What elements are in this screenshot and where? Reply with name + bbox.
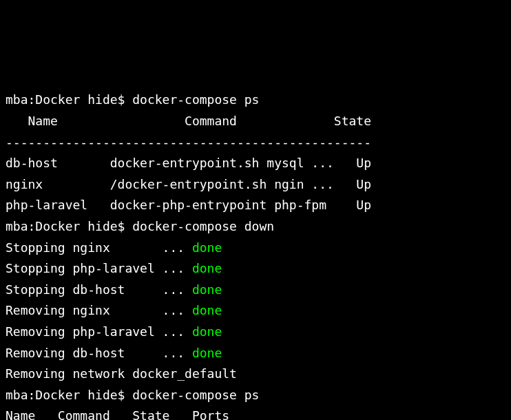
operation-label: Stopping nginx ...: [6, 240, 192, 255]
table-row: nginx /docker-entrypoint.sh ngin ... Up: [6, 177, 371, 191]
table-header: Name Command State Ports: [6, 408, 229, 420]
prompt-line: mba:Docker hide$ docker-compose down: [6, 219, 274, 233]
prompt-line: mba:Docker hide$ docker-compose ps: [6, 92, 259, 107]
operation-label: Removing db-host ...: [6, 346, 192, 360]
operation-label: Stopping php-laravel ...: [6, 261, 192, 275]
table-row: db-host docker-entrypoint.sh mysql ... U…: [6, 156, 371, 170]
table-header: Name Command State: [6, 114, 371, 128]
status-done: done: [192, 240, 222, 255]
status-done: done: [192, 282, 222, 297]
operation-line: Stopping db-host ... done: [6, 282, 222, 297]
status-done: done: [192, 261, 222, 275]
operation-label: Stopping db-host ...: [6, 282, 192, 297]
operation-line: Removing php-laravel ... done: [6, 324, 222, 339]
divider: ----------------------------------------…: [6, 135, 371, 149]
operation-line: Removing nginx ... done: [6, 303, 222, 317]
operation-line: Stopping php-laravel ... done: [6, 261, 222, 275]
status-done: done: [192, 303, 222, 317]
terminal-output: mba:Docker hide$ docker-compose ps Name …: [6, 90, 505, 420]
operation-line: Removing db-host ... done: [6, 346, 222, 360]
operation-line: Stopping nginx ... done: [6, 240, 222, 255]
status-done: done: [192, 324, 222, 339]
network-line: Removing network docker_default: [6, 366, 237, 381]
table-row: php-laravel docker-php-entrypoint php-fp…: [6, 198, 371, 212]
operation-label: Removing nginx ...: [6, 303, 192, 317]
prompt-line: mba:Docker hide$ docker-compose ps: [6, 388, 259, 402]
operation-label: Removing php-laravel ...: [6, 324, 192, 339]
status-done: done: [192, 346, 222, 360]
